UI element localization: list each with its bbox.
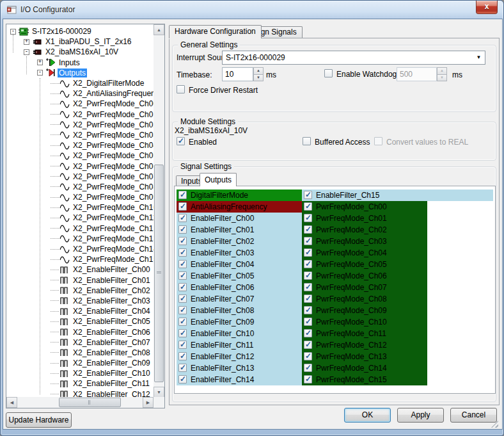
tree-vertical-scrollbar[interactable]: ▲ ▼ [154, 24, 164, 398]
collapse-icon[interactable]: - [10, 29, 16, 35]
spin-up-icon[interactable]: ▲ [253, 67, 264, 75]
interrupt-source-combobox[interactable]: S-IT2x16-000029 ▼ [222, 51, 485, 65]
signal-row-antialiasingfrequency[interactable]: AntiAliasingFrequency [177, 201, 302, 213]
signal-row-pwrfreqmode-ch05[interactable]: PwrFreqMode_Ch05 [302, 259, 427, 270]
signal-checkbox[interactable] [178, 306, 187, 314]
signal-checkbox[interactable] [304, 191, 312, 199]
signal-row-enablefilter-ch08[interactable]: EnableFilter_Ch08 [177, 305, 302, 316]
signal-row-enablefilter-ch06[interactable]: EnableFilter_Ch06 [177, 282, 302, 293]
signal-checkbox[interactable] [304, 352, 312, 360]
signal-row-enablefilter-ch00[interactable]: EnableFilter_Ch00 [177, 213, 302, 224]
tree-item-x2-enablefilter-ch07[interactable]: X2_EnableFilter_Ch07 [6, 337, 154, 348]
signal-row-pwrfreqmode-ch12[interactable]: PwrFreqMode_Ch12 [302, 339, 427, 351]
signal-row-pwrfreqmode-ch09[interactable]: PwrFreqMode_Ch09 [302, 305, 427, 316]
signal-checkbox[interactable] [304, 283, 312, 291]
signal-checkbox[interactable] [178, 237, 187, 245]
horizontal-scroll-thumb[interactable] [59, 398, 121, 407]
signal-row-enablefilter-ch13[interactable]: EnableFilter_Ch13 [177, 362, 302, 374]
signal-row-pwrfreqmode-ch00[interactable]: PwrFreqMode_Ch00 [302, 201, 427, 213]
signal-row-pwrfreqmode-ch15[interactable]: PwrFreqMode_Ch15 [302, 374, 427, 385]
tree-item-outputs[interactable]: -Outputs [6, 68, 154, 78]
tree-item-x2-pwrfreqmode-ch15[interactable]: X2_PwrFreqMode_Ch15 [6, 254, 154, 264]
signal-checkbox[interactable] [178, 202, 187, 211]
signal-checkbox[interactable] [178, 364, 187, 372]
signal-row-enablefilter-ch11[interactable]: EnableFilter_Ch11 [177, 339, 302, 351]
signal-checkbox[interactable] [304, 329, 312, 337]
tree-item-x2-enablefilter-ch10[interactable]: X2_EnableFilter_Ch10 [6, 368, 154, 378]
enable-watchdog-checkbox[interactable] [324, 69, 333, 77]
tree-item-x2-pwrfreqmode-ch13[interactable]: X2_PwrFreqMode_Ch13 [6, 234, 154, 244]
signal-checkbox[interactable] [304, 341, 312, 349]
signal-row-pwrfreqmode-ch07[interactable]: PwrFreqMode_Ch07 [302, 282, 427, 293]
tree-item-x2-antialiasingfrequency[interactable]: X2_AntiAliasingFrequency [6, 88, 154, 99]
signal-row-enablefilter-ch07[interactable]: EnableFilter_Ch07 [177, 293, 302, 305]
tree-item-x1-ibapadu-s-it-2x16[interactable]: +X1_ibaPADU_S_IT_2x16 [6, 36, 154, 47]
tree-item-x2-pwrfreqmode-ch07[interactable]: X2_PwrFreqMode_Ch07 [6, 172, 154, 182]
signal-row-pwrfreqmode-ch04[interactable]: PwrFreqMode_Ch04 [302, 247, 427, 259]
tree-horizontal-scrollbar[interactable]: ◀ ▶ [6, 397, 154, 408]
vertical-scroll-thumb[interactable] [154, 165, 164, 382]
signal-checkbox[interactable] [178, 214, 187, 222]
tree-item-x2-enablefilter-ch09[interactable]: X2_EnableFilter_Ch09 [6, 358, 154, 368]
tree-item-x2-pwrfreqmode-ch12[interactable]: X2_PwrFreqMode_Ch12 [6, 223, 154, 234]
tree-item-x2-pwrfreqmode-ch02[interactable]: X2_PwrFreqMode_Ch02 [6, 120, 154, 130]
tree-item-x2-pwrfreqmode-ch03[interactable]: X2_PwrFreqMode_Ch03 [6, 130, 154, 140]
signal-checkbox[interactable] [178, 329, 187, 337]
signal-row-pwrfreqmode-ch14[interactable]: PwrFreqMode_Ch14 [302, 362, 427, 374]
collapse-icon[interactable]: - [24, 49, 29, 55]
signal-row-enablefilter-ch01[interactable]: EnableFilter_Ch01 [177, 224, 302, 236]
tree-item-x2-pwrfreqmode-ch08[interactable]: X2_PwrFreqMode_Ch08 [6, 182, 154, 192]
apply-button[interactable]: Apply [397, 408, 444, 423]
signal-tab-outputs[interactable]: Outputs [200, 173, 237, 186]
tree-item-s-it2x16-000029[interactable]: -S-IT2x16-000029 [6, 26, 154, 36]
signal-checkbox[interactable] [304, 271, 312, 280]
signal-row-pwrfreqmode-ch06[interactable]: PwrFreqMode_Ch06 [302, 270, 427, 282]
tree-item-x2-enablefilter-ch06[interactable]: X2_EnableFilter_Ch06 [6, 327, 154, 337]
signal-checkbox[interactable] [178, 191, 187, 199]
signal-row-enablefilter-ch03[interactable]: EnableFilter_Ch03 [177, 247, 302, 259]
expand-icon[interactable]: + [24, 39, 29, 45]
collapse-icon[interactable]: - [37, 70, 43, 76]
force-driver-restart-checkbox[interactable] [177, 85, 185, 93]
tree-item-x2-enablefilter-ch04[interactable]: X2_EnableFilter_Ch04 [6, 306, 154, 316]
scroll-up-icon[interactable]: ▲ [154, 24, 164, 35]
spin-down-icon[interactable]: ▼ [253, 75, 264, 82]
tree-item-x2-pwrfreqmode-ch05[interactable]: X2_PwrFreqMode_Ch05 [6, 150, 154, 161]
buffered-access-checkbox[interactable] [303, 137, 311, 145]
signal-row-pwrfreqmode-ch01[interactable]: PwrFreqMode_Ch01 [302, 213, 427, 224]
scroll-right-icon[interactable]: ▶ [143, 397, 154, 408]
signal-checkbox[interactable] [178, 260, 187, 268]
tree-item-x2-digitalfiltermode[interactable]: X2_DigitalFilterMode [6, 78, 154, 88]
signal-row-digitalfiltermode[interactable]: DigitalFilterMode [177, 190, 302, 201]
tree-item-x2-pwrfreqmode-ch09[interactable]: X2_PwrFreqMode_Ch09 [6, 192, 154, 202]
signal-checkbox[interactable] [178, 318, 187, 326]
tree-item-x2-enablefilter-ch05[interactable]: X2_EnableFilter_Ch05 [6, 316, 154, 327]
tree-item-x2-pwrfreqmode-ch10[interactable]: X2_PwrFreqMode_Ch10 [6, 202, 154, 213]
tree-item-x2-pwrfreqmode-ch14[interactable]: X2_PwrFreqMode_Ch14 [6, 244, 154, 254]
ok-button[interactable]: OK [344, 408, 391, 423]
signal-row-pwrfreqmode-ch03[interactable]: PwrFreqMode_Ch03 [302, 236, 427, 247]
signal-checkbox[interactable] [178, 352, 187, 360]
signal-row-pwrfreqmode-ch08[interactable]: PwrFreqMode_Ch08 [302, 293, 427, 305]
scroll-left-icon[interactable]: ◀ [6, 397, 17, 408]
signal-checkbox[interactable] [178, 225, 187, 234]
tab-hardware-configuration[interactable]: Hardware Configuration [169, 25, 262, 38]
update-hardware-button[interactable]: Update Hardware [6, 412, 72, 428]
signal-row-enablefilter-ch12[interactable]: EnableFilter_Ch12 [177, 351, 302, 362]
signal-checkbox[interactable] [304, 295, 312, 303]
signal-row-enablefilter-ch04[interactable]: EnableFilter_Ch04 [177, 259, 302, 270]
tree-item-x2-enablefilter-ch02[interactable]: X2_EnableFilter_Ch02 [6, 286, 154, 296]
signal-checkbox[interactable] [304, 214, 312, 222]
close-button[interactable]: x [476, 1, 498, 14]
tree-item-x2-enablefilter-ch00[interactable]: X2_EnableFilter_Ch00 [6, 264, 154, 275]
signal-row-enablefilter-ch15[interactable]: EnableFilter_Ch15 [302, 190, 493, 201]
tree-item-x2-pwrfreqmode-ch06[interactable]: X2_PwrFreqMode_Ch06 [6, 161, 154, 171]
signal-checkbox[interactable] [178, 283, 187, 291]
expand-icon[interactable]: + [37, 60, 43, 65]
signal-row-pwrfreqmode-ch13[interactable]: PwrFreqMode_Ch13 [302, 351, 427, 362]
signal-row-enablefilter-ch09[interactable]: EnableFilter_Ch09 [177, 316, 302, 328]
scroll-down-icon[interactable]: ▼ [154, 387, 164, 398]
signal-row-enablefilter-ch05[interactable]: EnableFilter_Ch05 [177, 270, 302, 282]
tree-item-x2-enablefilter-ch03[interactable]: X2_EnableFilter_Ch03 [6, 296, 154, 306]
signal-row-enablefilter-ch14[interactable]: EnableFilter_Ch14 [177, 374, 302, 385]
